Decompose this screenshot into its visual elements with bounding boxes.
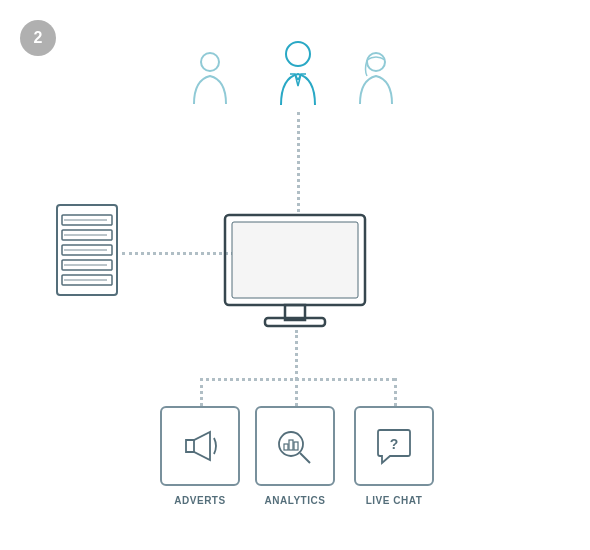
analytics-box: ANALYTICS	[255, 406, 335, 486]
to-analytics-line	[295, 378, 298, 406]
svg-rect-15	[232, 222, 358, 298]
svg-rect-22	[294, 442, 298, 450]
to-adverts-line	[200, 378, 203, 406]
step-number: 2	[34, 29, 43, 47]
left-person	[188, 50, 232, 108]
livechat-label: LIVE CHAT	[366, 495, 423, 506]
livechat-box: ? LIVE CHAT	[354, 406, 434, 486]
svg-rect-17	[265, 318, 325, 326]
svg-line-19	[300, 453, 310, 463]
center-person	[271, 40, 325, 110]
right-person	[354, 50, 398, 108]
analytics-label: ANALYTICS	[265, 495, 326, 506]
svg-rect-20	[284, 444, 288, 450]
monitor-icon	[220, 210, 370, 330]
svg-point-18	[279, 432, 303, 456]
svg-point-1	[201, 53, 219, 71]
server-icon	[52, 200, 122, 300]
person-to-monitor-line	[297, 112, 300, 212]
svg-point-0	[286, 42, 310, 66]
adverts-box: ADVERTS	[160, 406, 240, 486]
adverts-label: ADVERTS	[174, 495, 225, 506]
svg-point-2	[367, 53, 385, 71]
svg-rect-21	[289, 440, 293, 450]
to-livechat-line	[394, 378, 397, 406]
step-badge: 2	[20, 20, 56, 56]
svg-text:?: ?	[390, 436, 399, 452]
monitor-to-split-line	[295, 330, 298, 380]
